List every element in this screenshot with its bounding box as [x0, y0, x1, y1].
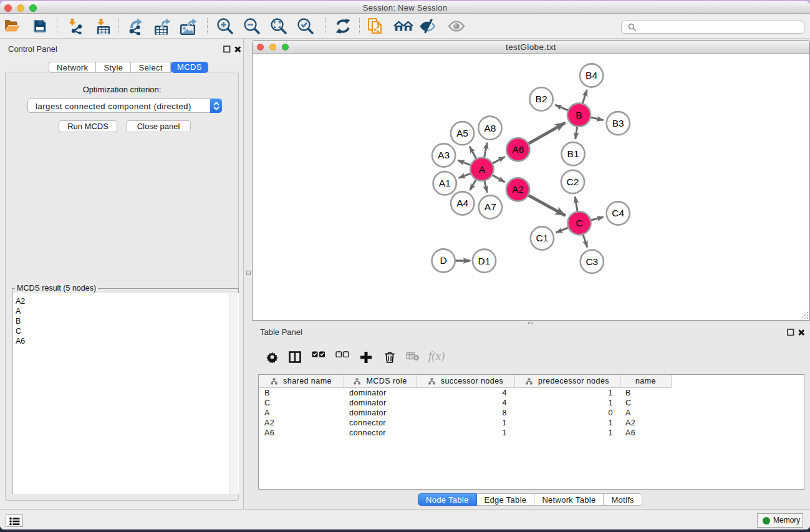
svg-text:A5: A5: [456, 128, 468, 138]
svg-text:B3: B3: [612, 118, 624, 128]
svg-text:A: A: [479, 164, 486, 175]
svg-text:A6: A6: [512, 144, 524, 155]
svg-text:A8: A8: [484, 123, 496, 133]
svg-text:C2: C2: [567, 177, 579, 187]
svg-text:C: C: [576, 218, 582, 228]
svg-text:B1: B1: [567, 148, 579, 159]
svg-text:C1: C1: [536, 233, 548, 243]
svg-text:A1: A1: [439, 178, 451, 188]
svg-text:B4: B4: [586, 70, 597, 80]
svg-text:C4: C4: [612, 208, 624, 218]
svg-text:B2: B2: [536, 94, 547, 104]
svg-text:D: D: [440, 255, 446, 266]
svg-text:A2: A2: [512, 184, 524, 195]
svg-text:A4: A4: [456, 198, 468, 208]
svg-text:C3: C3: [586, 256, 598, 267]
svg-text:B: B: [576, 110, 582, 120]
svg-text:A7: A7: [485, 201, 496, 212]
svg-text:A3: A3: [438, 150, 450, 160]
svg-text:D1: D1: [478, 256, 491, 266]
